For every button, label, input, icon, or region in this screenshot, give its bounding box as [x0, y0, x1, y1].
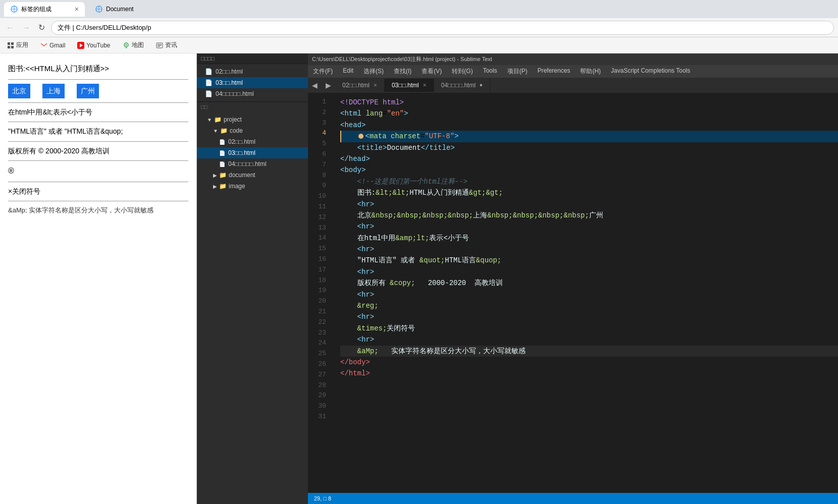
preview-amp-note: &aMp; 实体字符名称是区分大小写，大小写就敏感: [8, 204, 188, 216]
menu-tools[interactable]: Tools: [478, 65, 502, 78]
editor-tab-04[interactable]: 04□□□□.html •: [434, 78, 490, 93]
svg-rect-8: [8, 46, 10, 48]
tab-document[interactable]: Document: [89, 2, 170, 16]
ln-26: 26: [312, 359, 326, 370]
bookmark-apps[interactable]: 应用: [4, 40, 31, 50]
ln-22: 22: [312, 317, 326, 328]
tree-file-02[interactable]: 📄 02□□.html: [197, 136, 308, 147]
menu-project[interactable]: 项目(P): [502, 65, 533, 78]
tab-biaoqian[interactable]: 标签的组成 ×: [4, 2, 85, 17]
file-icon-03: 📄: [205, 79, 213, 86]
code-line-21: <hr>: [340, 289, 838, 300]
line-numbers: 1 2 3 4 5 6 7 8 9 10 11 12 13 14: [308, 93, 332, 493]
ln-25: 25: [312, 349, 326, 359]
sidebar-file-04[interactable]: 📄 04□□□□□.html: [197, 88, 308, 99]
preview-quot-line: "HTML语言" 或者 "HTML语言&quop;: [8, 125, 188, 138]
ln-30: 30: [312, 401, 326, 412]
sidebar-folder-document-label: document: [229, 172, 255, 179]
bookmark-news[interactable]: 资讯: [153, 40, 180, 50]
ln-4: 4: [312, 128, 326, 139]
menu-preferences[interactable]: Preferences: [533, 65, 575, 78]
bookmark-apps-label: 应用: [16, 41, 28, 49]
sidebar-folder-code[interactable]: ▼ 📁 code: [197, 125, 308, 136]
editor-tab-03[interactable]: 03□□.html ×: [385, 79, 434, 92]
sidebar-file-03[interactable]: 📄 03□□.html: [197, 77, 308, 88]
editor-tab-04-dot: •: [480, 81, 483, 90]
preview-cities: 北京 上海 广州: [8, 84, 188, 98]
sidebar-folder-image-label: image: [229, 183, 245, 190]
menu-file[interactable]: 文件(F): [308, 65, 338, 78]
ln-21: 21: [312, 307, 326, 317]
bookmark-news-label: 资讯: [165, 41, 177, 49]
sidebar-folder-image[interactable]: ▶ 📁 image: [197, 181, 308, 192]
editor-tabs-bar: ◀ ▶ 02□□.html × 03□□.html × 04□□□□.html …: [308, 78, 838, 93]
tree-file-03[interactable]: 📄 03□□.html: [197, 147, 308, 158]
tab-title-2: Document: [106, 6, 164, 13]
code-area[interactable]: 1 2 3 4 5 6 7 8 9 10 11 12 13 14: [308, 93, 838, 493]
code-line-15: 在html中用&amp;lt;表示<小于号: [340, 233, 838, 244]
ln-23: 23: [312, 328, 326, 339]
tree-file-03-label: 03□□.html: [228, 149, 255, 156]
code-line-13: <hr>: [340, 221, 838, 232]
ln-16: 16: [312, 254, 326, 265]
code-line-24: <hr>: [340, 311, 838, 322]
menu-edit[interactable]: Edit: [338, 65, 358, 78]
code-line-23: &reg;: [340, 300, 838, 311]
forward-button[interactable]: →: [20, 21, 32, 34]
preview-copyright: 版权所有 © 2000-2020 高教培训: [8, 145, 188, 157]
menu-goto[interactable]: 转到(G): [447, 65, 478, 78]
sublime-editor: C:\Users\DELL\Desktop\project\code\03注释.…: [308, 53, 838, 504]
sidebar-header-text: □□□□: [201, 55, 215, 62]
sidebar-files-top: 📄 02□□.html 📄 03□□.html 📄 04□□□□□.html: [197, 64, 308, 101]
ln-5: 5: [312, 139, 326, 149]
code-line-26: &times;关闭符号: [340, 323, 838, 334]
sublime-titlebar-text: C:\Users\DELL\Desktop\project\code\03注释.…: [312, 55, 492, 63]
sidebar-folder-document[interactable]: ▶ 📁 document: [197, 170, 308, 181]
tab-favicon-2: [95, 5, 103, 13]
address-bar[interactable]: 文件 | C:/Users/DELL/Desktop/p: [51, 21, 834, 35]
bookmark-youtube[interactable]: YouTube: [74, 41, 113, 50]
sidebar-label-top2: □□: [197, 101, 308, 112]
refresh-button[interactable]: ↻: [36, 21, 47, 34]
code-line-29: &aMp; 实体字符名称是区分大小写，大小写就敏感: [340, 346, 838, 357]
file-icon-02: 📄: [205, 68, 213, 75]
chevron-down-icon-project: ▼: [207, 117, 212, 123]
sublime-text-window: □□□□ 📄 02□□.html 📄 03□□.html 📄 04□□□□□.h…: [197, 53, 838, 504]
preview-city-guangzhou: 广州: [77, 84, 99, 98]
bookmark-maps-label: 地图: [132, 41, 144, 49]
tab-nav-right[interactable]: ▶: [322, 78, 335, 92]
menu-js-completions[interactable]: JavaScript Completions Tools: [606, 65, 695, 78]
menu-select[interactable]: 选择(S): [358, 65, 389, 78]
editor-tab-03-close[interactable]: ×: [423, 82, 427, 89]
preview-hr-6: [8, 182, 188, 182]
chevron-down-icon-code: ▼: [213, 128, 218, 134]
sidebar-file-02[interactable]: 📄 02□□.html: [197, 66, 308, 77]
preview-hr-4: [8, 141, 188, 142]
browser-toolbar: ← → ↻ 文件 | C:/Users/DELL/Desktop/p: [0, 18, 838, 37]
chevron-right-icon-document: ▶: [213, 173, 217, 178]
folder-icon-project: 📁: [214, 116, 222, 123]
svg-rect-10: [40, 42, 47, 49]
editor-tab-02-close[interactable]: ×: [374, 82, 377, 89]
code-line-1: <!DOCTYPE html>: [340, 97, 838, 108]
code-line-8: <!--这是我们第一个html注释-->: [340, 176, 838, 187]
sidebar-file-04-label: 04□□□□□.html: [216, 90, 254, 97]
tab-close-1[interactable]: ×: [75, 5, 79, 13]
sidebar-folder-project[interactable]: ▼ 📁 project: [197, 114, 308, 125]
ln-2: 2: [312, 107, 326, 118]
tab-nav-left[interactable]: ◀: [308, 78, 322, 92]
tree-file-04[interactable]: 📄 04□□□□□.html: [197, 158, 308, 170]
menu-view[interactable]: 查看(V): [416, 65, 447, 78]
menu-find[interactable]: 查找(I): [389, 65, 416, 78]
preview-lt-line: 在html中用&lt;表示<小于号: [8, 106, 188, 119]
ln-15: 15: [312, 244, 326, 254]
back-button[interactable]: ←: [4, 21, 16, 34]
bookmark-maps[interactable]: 地图: [120, 40, 147, 50]
editor-tab-02[interactable]: 02□□.html ×: [335, 79, 385, 92]
ln-27: 27: [312, 370, 326, 380]
ln-9: 9: [312, 181, 326, 191]
folder-icon-image: 📁: [219, 183, 227, 190]
bookmark-gmail[interactable]: Gmail: [37, 41, 68, 50]
code-content[interactable]: <!DOCTYPE html> <html lang="en"> <head> …: [332, 93, 838, 493]
menu-help[interactable]: 帮助(H): [575, 65, 606, 78]
